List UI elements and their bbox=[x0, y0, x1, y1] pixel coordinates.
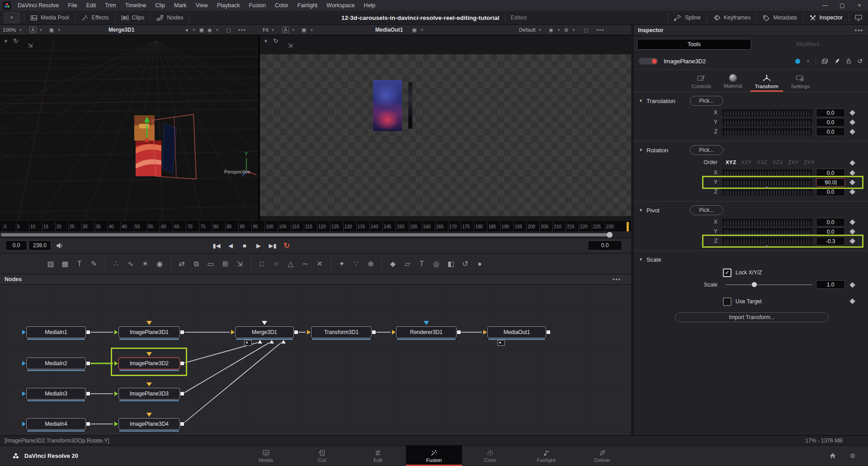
right-viewer-grid-button[interactable]: ⊞ bbox=[563, 27, 569, 33]
node-MediaIn4[interactable]: MediaIn4 bbox=[26, 418, 86, 430]
lock-xyz-checkbox[interactable]: ✓ bbox=[723, 268, 731, 277]
node-input-arrow[interactable] bbox=[114, 422, 118, 426]
pan-tool-icon[interactable]: + bbox=[4, 38, 8, 49]
left-viewer-gain-button[interactable]: A bbox=[29, 27, 36, 33]
current-time-field[interactable]: 0.0 bbox=[588, 240, 622, 250]
collapse-chevron-icon[interactable]: ▼ bbox=[639, 208, 643, 212]
nodes-button[interactable]: Nodes bbox=[151, 11, 189, 24]
keyframes-button[interactable]: Keyframes bbox=[707, 11, 757, 24]
rotation-x-field[interactable]: 0.0 bbox=[816, 169, 845, 177]
value-slider[interactable] bbox=[722, 109, 812, 116]
sphere3d-tool-icon[interactable]: ● bbox=[472, 260, 487, 268]
gear-icon[interactable] bbox=[849, 452, 856, 459]
scale-tool-icon[interactable]: ⇲ bbox=[28, 42, 33, 49]
menu-help[interactable]: Help bbox=[359, 0, 380, 11]
maximize-button[interactable]: ▢ bbox=[834, 0, 851, 11]
rectangle-mask-tool-icon[interactable]: □ bbox=[255, 260, 269, 268]
audio-mute-button[interactable] bbox=[56, 242, 64, 249]
page-tab-cut[interactable]: Cut bbox=[294, 446, 350, 466]
left-viewer-color-button[interactable]: ● bbox=[184, 27, 189, 33]
playhead[interactable] bbox=[627, 222, 629, 232]
viewport-3d[interactable]: + ↻ ⇲ bbox=[0, 35, 258, 221]
subtab-controls[interactable]: Controls bbox=[691, 71, 712, 92]
translation-y-field[interactable]: 0.0 bbox=[816, 118, 845, 127]
keyframe-diamond-icon[interactable] bbox=[849, 160, 855, 166]
node-output-square[interactable] bbox=[86, 330, 90, 334]
text3d-tool-icon[interactable]: T bbox=[415, 260, 429, 268]
right-viewer-split-button[interactable]: ▣ bbox=[411, 27, 417, 33]
pin-icon[interactable] bbox=[834, 58, 840, 65]
node-ImagePlane3D1[interactable]: ImagePlane3D1 bbox=[118, 326, 180, 338]
node-input-arrow[interactable] bbox=[483, 330, 487, 334]
menu-color[interactable]: Color bbox=[270, 0, 293, 11]
order-option-zxy[interactable]: ZXY bbox=[788, 160, 799, 165]
rotation-y-field[interactable]: 90.0 bbox=[816, 178, 845, 187]
node-top-marker[interactable] bbox=[262, 321, 267, 325]
node-Transform3D1[interactable]: Transform3D1 bbox=[311, 326, 372, 338]
reset-icon[interactable]: ↺ bbox=[857, 57, 863, 65]
node-top-marker[interactable] bbox=[424, 321, 429, 325]
node-top-marker[interactable] bbox=[146, 321, 152, 325]
node-enable-toggle[interactable] bbox=[639, 58, 658, 65]
paint-tool-icon[interactable]: ✎ bbox=[87, 259, 101, 268]
planar-tracker-tool-icon[interactable]: ⊕ bbox=[363, 259, 378, 268]
keyframe-diamond-icon[interactable] bbox=[849, 129, 855, 135]
value-slider[interactable] bbox=[722, 188, 812, 195]
keyframe-diamond-icon[interactable] bbox=[849, 298, 855, 304]
page-tab-edit[interactable]: Edit bbox=[350, 446, 406, 466]
scale-slider-thumb[interactable] bbox=[752, 282, 757, 287]
scrollbar-knob[interactable] bbox=[607, 232, 613, 238]
node-output-square[interactable] bbox=[86, 391, 90, 396]
right-viewer-color-button[interactable]: ◉ bbox=[548, 27, 554, 33]
node-input-arrow[interactable] bbox=[114, 330, 118, 334]
pivot-z-field[interactable]: -0.3 bbox=[816, 237, 845, 245]
effect-mask-connector[interactable] bbox=[244, 340, 252, 346]
import-transform-button[interactable]: Import Transform... bbox=[675, 312, 829, 322]
node-output-square[interactable] bbox=[180, 330, 184, 334]
resize-tool-icon[interactable]: ⊞ bbox=[218, 259, 232, 268]
node-graph[interactable]: MediaIn1ImagePlane3D1Merge3D1Transform3D… bbox=[0, 285, 631, 435]
collapse-chevron-icon[interactable]: ▼ bbox=[639, 148, 643, 152]
keyframe-diamond-icon[interactable] bbox=[849, 219, 855, 225]
color-curves-tool-icon[interactable]: ∿ bbox=[123, 259, 138, 268]
right-viewer-options-button[interactable]: ••• bbox=[596, 27, 604, 33]
keyframe-diamond-icon[interactable] bbox=[849, 179, 855, 185]
background-tool-icon[interactable]: ▨ bbox=[43, 259, 58, 268]
home-icon[interactable] bbox=[829, 452, 836, 459]
edge[interactable] bbox=[183, 343, 281, 424]
value-slider[interactable] bbox=[722, 119, 812, 126]
imageplane3d-tool-icon[interactable]: ▱ bbox=[400, 259, 415, 268]
node-ImagePlane3D4[interactable]: ImagePlane3D4 bbox=[118, 418, 180, 430]
edge[interactable] bbox=[183, 343, 269, 394]
order-option-yxz[interactable]: YXZ bbox=[757, 160, 768, 165]
order-option-zyx[interactable]: ZYX bbox=[804, 160, 815, 165]
close-button[interactable]: × bbox=[851, 0, 868, 11]
value-slider[interactable] bbox=[722, 169, 812, 176]
menu-edit[interactable]: Edit bbox=[82, 0, 101, 11]
menu-workspace[interactable]: Workspace bbox=[322, 0, 359, 11]
scale-slider[interactable] bbox=[726, 284, 812, 285]
node-MediaIn1[interactable]: MediaIn1 bbox=[26, 326, 86, 338]
right-viewer-gain-button[interactable]: A bbox=[282, 27, 289, 33]
page-tab-media[interactable]: Media bbox=[238, 446, 294, 466]
collapse-chevron-icon[interactable]: ▼ bbox=[639, 257, 643, 262]
tab-modifiers[interactable]: Modifiers bbox=[751, 39, 865, 50]
keyframe-diamond-icon[interactable] bbox=[849, 189, 855, 195]
menu-clip[interactable]: Clip bbox=[151, 0, 170, 11]
rotate-tool-icon[interactable]: ↻ bbox=[14, 38, 19, 49]
wand-mask-tool-icon[interactable]: ✕ bbox=[312, 259, 327, 268]
node-MediaIn2[interactable]: MediaIn2 bbox=[26, 358, 86, 369]
spline-button[interactable]: Spline bbox=[668, 11, 707, 24]
menu-fusion[interactable]: Fusion bbox=[244, 0, 270, 11]
bspline-mask-tool-icon[interactable]: ∼ bbox=[298, 259, 312, 268]
effect-mask-connector[interactable] bbox=[497, 340, 505, 346]
node-top-marker[interactable] bbox=[146, 382, 152, 386]
translation-z-field[interactable]: 0.0 bbox=[816, 127, 845, 136]
nodes-panel-options-button[interactable]: ••• bbox=[613, 276, 621, 282]
right-viewer-expand-button[interactable]: ▢ bbox=[583, 27, 589, 33]
left-viewer-zoom[interactable]: 100% bbox=[3, 27, 16, 33]
left-viewer-expand-button[interactable]: ▢ bbox=[226, 27, 232, 33]
left-viewer-roi-button[interactable]: ▣ bbox=[198, 27, 205, 33]
ui-layout-dropdown[interactable]: ▼ bbox=[4, 12, 20, 23]
rotation-z-field[interactable]: 0.0 bbox=[816, 188, 845, 196]
